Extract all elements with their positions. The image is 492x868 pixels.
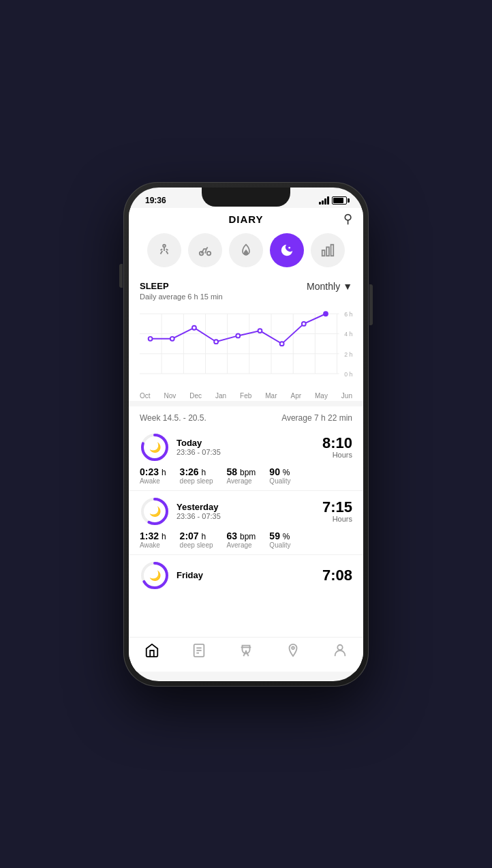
svg-point-25 bbox=[170, 336, 174, 340]
status-icons bbox=[319, 196, 347, 205]
stat-awake: 0:23 h Awake bbox=[140, 466, 166, 485]
battery-icon bbox=[332, 196, 347, 205]
sleep-chart: 6 h 4 h 2 h 0 h bbox=[129, 303, 363, 391]
chart-svg: 6 h 4 h 2 h 0 h bbox=[140, 306, 352, 388]
today-hours: 8:10 Hours bbox=[322, 436, 352, 459]
sleep-entry-today: 🌙 Today 23:36 - 07:35 8:10 Hours bbox=[129, 427, 363, 491]
period-label: Monthly bbox=[307, 281, 340, 292]
svg-rect-4 bbox=[322, 250, 325, 256]
signal-icon bbox=[319, 196, 329, 205]
svg-point-24 bbox=[149, 336, 153, 340]
category-cycling[interactable] bbox=[188, 233, 222, 267]
category-stats[interactable] bbox=[311, 233, 345, 267]
svg-text:6 h: 6 h bbox=[344, 311, 352, 318]
stat-bpm: 58 bpm Average bbox=[227, 466, 256, 485]
phone-screen: 19:36 DIARY ⚲ bbox=[129, 188, 363, 681]
week-range: Week 14.5. - 20.5. bbox=[140, 413, 206, 423]
nav-home[interactable] bbox=[144, 643, 159, 658]
nav-diary[interactable] bbox=[191, 643, 206, 658]
nav-achievements[interactable] bbox=[239, 643, 253, 658]
svg-text:🌙: 🌙 bbox=[149, 442, 162, 453]
friday-hours: 7:08 bbox=[322, 568, 352, 583]
friday-hours-value: 7:08 bbox=[322, 568, 352, 583]
svg-point-47 bbox=[337, 644, 342, 649]
chevron-down-icon: ▼ bbox=[343, 281, 352, 292]
search-icon: ⚲ bbox=[343, 212, 352, 226]
svg-point-0 bbox=[163, 244, 166, 247]
chart-months: Oct Nov Dec Jan Feb Mar Apr May Jun bbox=[129, 391, 363, 401]
yesterday-time: 23:36 - 07:35 bbox=[176, 512, 221, 520]
yesterday-stats: 1:32 h Awake 2:07 h deep sleep 63 bpm Av… bbox=[140, 530, 352, 549]
today-stats: 0:23 h Awake 3:26 h deep sleep 58 bpm Av… bbox=[140, 466, 352, 485]
period-selector[interactable]: Monthly ▼ bbox=[307, 281, 352, 292]
category-sleep[interactable] bbox=[270, 233, 304, 267]
week-average: Average 7 h 22 min bbox=[281, 413, 352, 423]
nav-profile[interactable] bbox=[333, 643, 348, 658]
month-feb: Feb bbox=[240, 392, 251, 400]
category-calories[interactable] bbox=[229, 233, 263, 267]
month-jun: Jun bbox=[341, 392, 352, 400]
sleep-circle-yesterday: 🌙 bbox=[140, 496, 170, 526]
stat-deep-y: 2:07 h deep sleep bbox=[180, 530, 213, 549]
bottom-nav bbox=[129, 637, 363, 672]
stat-bpm-y-value: 63 bpm bbox=[227, 530, 256, 541]
sleep-circle-friday: 🌙 bbox=[140, 560, 170, 590]
search-button[interactable]: ⚲ bbox=[343, 211, 352, 226]
svg-point-31 bbox=[302, 321, 306, 325]
svg-text:2 h: 2 h bbox=[344, 350, 352, 357]
month-nov: Nov bbox=[164, 392, 176, 400]
sleep-entry-friday: 🌙 Friday 7:08 bbox=[129, 555, 363, 593]
sleep-subtitle: Daily average 6 h 15 min bbox=[140, 293, 223, 301]
stat-bpm-y-label: Average bbox=[227, 541, 256, 549]
time-display: 19:36 bbox=[145, 196, 166, 205]
screen-content: DIARY ⚲ bbox=[129, 208, 363, 672]
sleep-title: SLEEP bbox=[140, 281, 223, 291]
today-hours-label: Hours bbox=[322, 451, 352, 459]
sleep-entry-yesterday: 🌙 Yesterday 23:36 - 07:35 7:15 Hours bbox=[129, 491, 363, 555]
stat-quality-value: 90 % bbox=[269, 466, 290, 477]
nav-location[interactable] bbox=[286, 643, 301, 658]
month-apr: Apr bbox=[290, 392, 301, 400]
svg-text:0 h: 0 h bbox=[344, 370, 352, 377]
friday-day-info: Friday bbox=[176, 570, 203, 580]
sleep-section-header: SLEEP Daily average 6 h 15 min Monthly ▼ bbox=[129, 275, 363, 303]
category-tabs bbox=[129, 230, 363, 275]
entry-header-today: 🌙 Today 23:36 - 07:35 8:10 Hours bbox=[140, 432, 352, 462]
stat-deep-sleep: 3:26 h deep sleep bbox=[180, 466, 213, 485]
notch bbox=[202, 188, 290, 207]
category-activity[interactable] bbox=[147, 233, 181, 267]
today-hours-value: 8:10 bbox=[322, 436, 352, 451]
stat-bpm-label: Average bbox=[227, 477, 256, 485]
svg-point-30 bbox=[280, 342, 284, 346]
today-time: 23:36 - 07:35 bbox=[176, 448, 221, 456]
svg-point-26 bbox=[192, 325, 196, 329]
entry-left-today: 🌙 Today 23:36 - 07:35 bbox=[140, 432, 221, 462]
stat-awake-y-label: Awake bbox=[140, 541, 166, 549]
stat-quality-y-value: 59 % bbox=[269, 530, 290, 541]
week-summary: Week 14.5. - 20.5. Average 7 h 22 min bbox=[129, 406, 363, 427]
svg-point-3 bbox=[288, 246, 290, 248]
svg-text:4 h: 4 h bbox=[344, 331, 352, 338]
stat-deep-y-value: 2:07 h bbox=[180, 530, 213, 541]
svg-rect-6 bbox=[331, 244, 334, 256]
stat-awake-y: 1:32 h Awake bbox=[140, 530, 166, 549]
month-oct: Oct bbox=[140, 392, 151, 400]
entry-left-friday: 🌙 Friday bbox=[140, 560, 203, 590]
svg-point-29 bbox=[258, 329, 262, 333]
svg-text:🌙: 🌙 bbox=[149, 570, 162, 582]
svg-point-32 bbox=[324, 312, 328, 316]
svg-point-28 bbox=[236, 333, 240, 338]
page-title: DIARY bbox=[228, 213, 263, 225]
stat-bpm-value: 58 bpm bbox=[227, 466, 256, 477]
stat-bpm-y: 63 bpm Average bbox=[227, 530, 256, 549]
yesterday-hours: 7:15 Hours bbox=[322, 500, 352, 523]
section-divider bbox=[129, 401, 363, 406]
svg-point-2 bbox=[207, 251, 211, 255]
svg-text:🌙: 🌙 bbox=[149, 506, 162, 518]
stat-quality-label: Quality bbox=[269, 477, 290, 485]
stat-quality: 90 % Quality bbox=[269, 466, 290, 485]
stat-deep-value: 3:26 h bbox=[180, 466, 213, 477]
stat-deep-label: deep sleep bbox=[180, 477, 213, 485]
month-jan: Jan bbox=[215, 392, 226, 400]
yesterday-hours-label: Hours bbox=[322, 515, 352, 523]
